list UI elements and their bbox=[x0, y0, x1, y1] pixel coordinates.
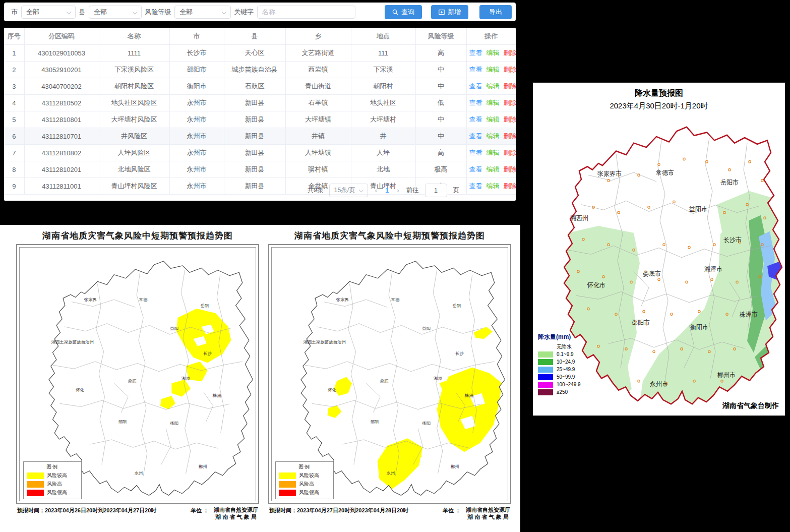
view-link[interactable]: 查看 bbox=[469, 115, 482, 123]
region-label: 怀化 bbox=[75, 388, 85, 392]
current-page[interactable]: 1 bbox=[384, 187, 390, 194]
delete-link[interactable]: 删除 bbox=[504, 66, 516, 73]
legend-label: 风险较高 bbox=[299, 472, 319, 479]
column-header: 县 bbox=[224, 28, 285, 45]
view-link[interactable]: 查看 bbox=[469, 49, 482, 56]
station-marker-icon bbox=[728, 168, 731, 171]
forecast-time-2: 预报时间：2023年04月27日20时到2023年04月28日20时 bbox=[269, 507, 408, 514]
export-button[interactable]: 导出 bbox=[479, 5, 512, 19]
cell-city: 永州市 bbox=[169, 161, 224, 178]
station-marker-icon bbox=[607, 180, 610, 182]
county-select[interactable]: 全部 bbox=[89, 6, 142, 19]
cell-risk: 中 bbox=[415, 62, 466, 78]
cell-county: 新田县 bbox=[224, 95, 285, 111]
region-label: 邵阳 bbox=[371, 420, 379, 424]
filter-bar: 市 全部 县 全部 风险等级 全部 关键字 查询 新增 导出 bbox=[4, 3, 516, 21]
legend-item: 50~99.9 bbox=[538, 373, 581, 381]
view-link[interactable]: 查看 bbox=[469, 165, 482, 173]
county-filter-label: 县 bbox=[79, 8, 85, 17]
station-marker-icon bbox=[658, 278, 660, 281]
edit-link[interactable]: 编辑 bbox=[487, 99, 500, 106]
cell-actions: 查看编辑删除 bbox=[466, 78, 516, 95]
legend-item: 风险高 bbox=[279, 481, 330, 488]
precip-map-title: 降水量预报图 bbox=[533, 88, 785, 99]
chevron-down-icon bbox=[133, 9, 138, 14]
city-label: 湘西州 bbox=[570, 215, 588, 222]
table-header-row: 序号分区编码名称市县乡地点风险等级操作 bbox=[4, 28, 516, 45]
region-label: 娄底 bbox=[380, 379, 389, 383]
cell-actions: 查看编辑删除 bbox=[466, 161, 516, 178]
cell-city: 永州市 bbox=[169, 111, 224, 128]
delete-link[interactable]: 删除 bbox=[504, 165, 516, 173]
prev-page-button[interactable]: ‹ bbox=[374, 187, 378, 194]
trend-map-frame-1: 湘西土家族苗族自治州张家界常德岳阳益阳长沙娄底湘潭株洲怀化邵阳衡阳永州郴州 图例… bbox=[16, 244, 259, 504]
delete-link[interactable]: 删除 bbox=[504, 149, 516, 156]
risk-zone-table-card: 序号分区编码名称市县乡地点风险等级操作 143010290100531111长沙… bbox=[4, 28, 516, 201]
edit-link[interactable]: 编辑 bbox=[487, 49, 500, 56]
next-page-button[interactable]: › bbox=[396, 187, 400, 194]
search-button[interactable]: 查询 bbox=[385, 5, 422, 19]
legend-item: 0.1~9.9 bbox=[538, 350, 581, 358]
column-header: 操作 bbox=[466, 28, 516, 45]
column-header: 地点 bbox=[351, 28, 415, 45]
city-select-value: 全部 bbox=[26, 8, 39, 17]
city-label: 株洲市 bbox=[739, 311, 758, 318]
cell-name: 下宋溪风险区 bbox=[99, 62, 169, 78]
cell-code: 43112810802 bbox=[24, 145, 99, 161]
view-link[interactable]: 查看 bbox=[469, 99, 482, 106]
region-label: 郴州 bbox=[199, 465, 207, 469]
region-label: 常德 bbox=[391, 298, 400, 302]
delete-link[interactable]: 删除 bbox=[504, 82, 516, 90]
delete-link[interactable]: 删除 bbox=[504, 132, 516, 140]
precip-map-panel: 降水量预报图 2023年4月30日20时-1月20时 湘西州张家界市常德市岳阳市… bbox=[532, 82, 785, 416]
edit-link[interactable]: 编辑 bbox=[487, 115, 500, 123]
risk-level-select[interactable]: 全部 bbox=[174, 6, 231, 19]
goto-page-input[interactable] bbox=[425, 184, 447, 197]
edit-link[interactable]: 编辑 bbox=[487, 132, 500, 140]
trend-caption-1: 预报时间：2023年04月26日20时到2023年04月27日20时 单位 ： … bbox=[17, 507, 258, 521]
station-marker-icon bbox=[671, 313, 673, 316]
view-link[interactable]: 查看 bbox=[469, 132, 482, 140]
cell-county: 新田县 bbox=[224, 161, 285, 178]
delete-link[interactable]: 删除 bbox=[504, 49, 516, 56]
edit-link[interactable]: 编辑 bbox=[487, 82, 500, 90]
legend-item: ≥250 bbox=[538, 388, 581, 396]
column-header: 序号 bbox=[4, 28, 24, 45]
edit-link[interactable]: 编辑 bbox=[487, 149, 500, 156]
cell-code: 43112810701 bbox=[24, 128, 99, 145]
cell-township: 石羊镇 bbox=[285, 95, 351, 111]
cell-no: 6 bbox=[4, 128, 24, 145]
precip-legend: 降水量(mm) 无降水0.1~9.910~24.925~49.950~99.91… bbox=[538, 333, 581, 396]
legend-item: 25~49.9 bbox=[538, 366, 581, 373]
region-label: 湘潭 bbox=[434, 376, 442, 381]
delete-link[interactable]: 删除 bbox=[504, 99, 516, 106]
cell-actions: 查看编辑删除 bbox=[466, 45, 516, 62]
view-link[interactable]: 查看 bbox=[469, 82, 482, 90]
cell-name: 地头社区风险区 bbox=[99, 95, 169, 111]
city-select[interactable]: 全部 bbox=[21, 6, 76, 19]
view-link[interactable]: 查看 bbox=[469, 66, 482, 73]
trend-map-panel-1: 湖南省地质灾害气象风险中短期预警预报趋势图 湘西土家族苗族自治州张家界常 bbox=[14, 230, 261, 521]
legend-label: 风险高 bbox=[47, 481, 62, 488]
legend-label: 风险很高 bbox=[299, 489, 319, 496]
cell-township: 井镇 bbox=[285, 128, 351, 145]
cell-code: 43112810801 bbox=[24, 111, 99, 128]
city-label: 衡阳市 bbox=[690, 323, 708, 330]
edit-link[interactable]: 编辑 bbox=[487, 165, 500, 173]
cell-no: 7 bbox=[4, 145, 24, 161]
add-button[interactable]: 新增 bbox=[431, 5, 468, 19]
edit-link[interactable]: 编辑 bbox=[487, 66, 500, 73]
search-icon bbox=[392, 9, 398, 15]
region-label: 郴州 bbox=[451, 465, 459, 469]
trend-map-title-1: 湖南省地质灾害气象风险中短期预警预报趋势图 bbox=[14, 230, 261, 242]
keyword-input[interactable] bbox=[257, 6, 355, 19]
page-size-select[interactable]: 15条/页 bbox=[329, 184, 368, 197]
cell-township: 文艺路街道 bbox=[285, 45, 351, 62]
legend-swatch bbox=[279, 481, 296, 488]
view-link[interactable]: 查看 bbox=[469, 149, 482, 156]
cell-actions: 查看编辑删除 bbox=[466, 145, 516, 161]
delete-link[interactable]: 删除 bbox=[504, 115, 516, 123]
legend-swatch bbox=[538, 359, 553, 365]
region-label: 长沙 bbox=[203, 352, 212, 357]
city-label: 郴州市 bbox=[717, 372, 736, 379]
